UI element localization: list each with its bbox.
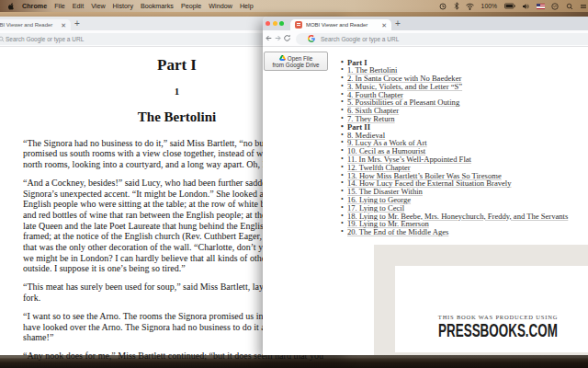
us-flag-icon[interactable] (537, 4, 545, 9)
open-file-label-2: from Google Drive (272, 62, 319, 68)
close-window-button[interactable] (266, 21, 270, 26)
notification-center-icon[interactable] (580, 3, 587, 10)
front-tab-close-icon[interactable]: ✕ (381, 22, 387, 29)
toc-list: Part I1. The Bertolini2. In Santa Croce … (347, 59, 568, 237)
wifi-icon[interactable] (466, 3, 474, 10)
spotlight-icon[interactable] (566, 3, 573, 10)
open-file-label-1: Open File (288, 55, 312, 62)
pressbooks-brand: PRESSBOOKS.COM (434, 321, 562, 339)
menu-item-help[interactable]: Help (236, 2, 257, 10)
menu-item-view[interactable]: View (87, 2, 108, 10)
back-tab[interactable]: MOBI Viewer and Reader ✕ (0, 19, 71, 30)
search-icon (0, 36, 5, 42)
status-icons: 100% (439, 2, 588, 10)
menu-item-edit[interactable]: Edit (69, 2, 87, 10)
menu-bar: ChromeFileEditViewHistoryBookmarksPeople… (0, 0, 588, 12)
front-address-placeholder: Search Google or type a URL (321, 36, 399, 42)
menu-item-chrome[interactable]: Chrome (18, 2, 51, 10)
reload-icon[interactable] (283, 34, 291, 42)
menu-items: ChromeFileEditViewHistoryBookmarksPeople… (0, 2, 257, 11)
menu-item-history[interactable]: History (109, 2, 137, 10)
front-tab-title: MOBI Viewer and Reader (306, 22, 368, 28)
back-tab-title: MOBI Viewer and Reader (0, 22, 52, 28)
toc-item[interactable]: 20. The End of the Middle Ages (347, 228, 568, 236)
time-machine-icon[interactable] (439, 3, 447, 10)
siri-icon[interactable] (551, 3, 559, 10)
open-file-button[interactable]: Open File from Google Drive (264, 52, 328, 71)
google-icon (308, 35, 315, 42)
apple-menu-icon[interactable] (6, 2, 15, 11)
back-icon[interactable] (265, 34, 273, 42)
front-tab-bar: MOBI Viewer and Reader ✕ + (263, 17, 588, 30)
back-address-placeholder: Search Google or type a URL (6, 36, 84, 42)
back-address-bar[interactable]: Search Google or type a URL (0, 33, 303, 45)
back-new-tab-button[interactable]: + (74, 18, 80, 29)
menu-item-window[interactable]: Window (205, 2, 236, 10)
google-drive-icon (279, 55, 286, 61)
zoom-window-button[interactable] (279, 21, 284, 26)
back-tab-close-icon[interactable]: ✕ (61, 22, 66, 29)
front-address-bar[interactable]: Search Google or type a URL (296, 33, 588, 45)
traffic-lights (266, 21, 284, 26)
back-cover-inner-page: THIS BOOK WAS PRODUCED USING PRESSBOOKS.… (395, 266, 588, 352)
bluetooth-icon[interactable] (454, 2, 459, 10)
battery-percentage: 100% (481, 3, 497, 9)
browser-window-toc: MOBI Viewer and Reader ✕ + Search Google… (263, 17, 588, 355)
desktop: ChromeFileEditViewHistoryBookmarksPeople… (0, 0, 588, 368)
tab-favicon (295, 21, 302, 29)
toc-item[interactable]: 7. They Return (347, 115, 568, 123)
menu-item-bookmarks[interactable]: Bookmarks (137, 2, 177, 10)
book-back-cover: THIS BOOK WAS PRODUCED USING PRESSBOOKS.… (374, 245, 588, 355)
menu-item-people[interactable]: People (177, 2, 205, 10)
front-new-tab-button[interactable]: + (395, 18, 401, 29)
forward-icon[interactable] (274, 34, 282, 42)
battery-icon[interactable] (504, 3, 515, 9)
front-tab[interactable]: MOBI Viewer and Reader ✕ (290, 19, 391, 30)
volume-icon[interactable] (522, 3, 529, 10)
front-toolbar: Search Google or type a URL (263, 30, 588, 47)
minimize-window-button[interactable] (273, 21, 277, 26)
menu-item-file[interactable]: File (51, 2, 69, 10)
